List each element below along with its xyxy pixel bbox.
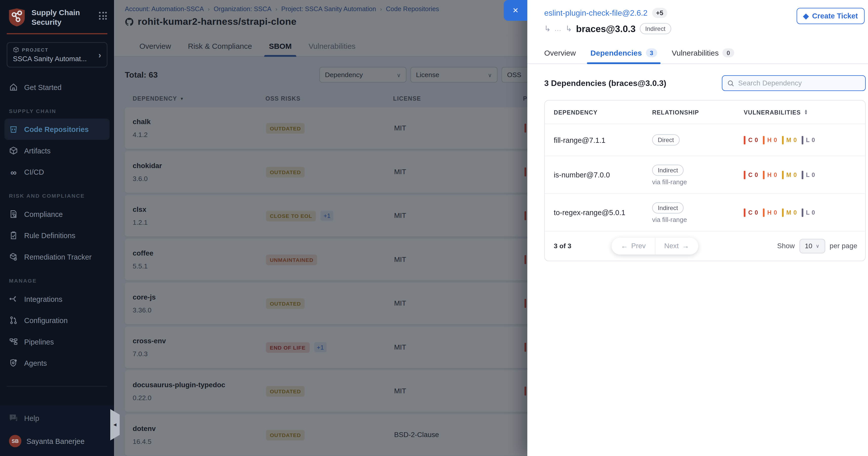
sidebar-item-compliance[interactable]: Compliance xyxy=(0,203,114,225)
sidebar: Supply Chain Security PROJECT SSCA Sanit… xyxy=(0,0,114,456)
chevron-right-icon: › xyxy=(98,50,101,60)
search-icon xyxy=(727,79,734,87)
per-page-label: per page xyxy=(830,242,857,250)
medium-bar-icon xyxy=(782,171,783,179)
show-label: Show xyxy=(777,242,795,250)
code-repository-icon xyxy=(9,125,18,134)
column-vulnerabilities[interactable]: VULNERABILITIES xyxy=(744,109,801,116)
home-icon xyxy=(9,83,18,92)
document-search-icon xyxy=(9,209,18,219)
severity-counts: C 0 H 0 M 0 L 0 xyxy=(744,208,865,217)
tab-drawer-vulnerabilities[interactable]: Vulnerabilities 0 xyxy=(672,43,734,62)
sidebar-item-code-repositories[interactable]: Code Repositories xyxy=(5,119,110,140)
user-name: Sayanta Banerjee xyxy=(26,437,85,445)
project-label: PROJECT xyxy=(22,47,49,53)
sidebar-item-integrations[interactable]: Integrations xyxy=(0,288,114,310)
section-label-risk-and-compliance: RISK AND COMPLIANCE xyxy=(0,183,114,203)
agents-shield-icon xyxy=(9,358,18,367)
module-grid-icon[interactable] xyxy=(99,12,107,20)
pipelines-icon xyxy=(9,337,18,346)
search-input[interactable] xyxy=(738,79,860,87)
integrations-icon xyxy=(9,294,18,303)
high-bar-icon xyxy=(763,171,765,179)
low-bar-icon xyxy=(802,208,803,217)
table-row[interactable]: fill-range@7.1.1 Direct C 0 H 0 M 0 L 0 xyxy=(545,124,865,156)
create-ticket-button[interactable]: ◆ Create Ticket xyxy=(797,8,865,24)
page-size-select[interactable]: 10 ∨ xyxy=(799,239,825,254)
package-title: braces@3.0.3 xyxy=(576,23,636,34)
sidebar-item-pipelines[interactable]: Pipelines xyxy=(0,331,114,352)
tab-drawer-dependencies[interactable]: Dependencies 3 xyxy=(591,43,657,62)
sidebar-item-rule-definitions[interactable]: Rule Definitions xyxy=(0,225,114,246)
indent-arrow-icon: ↳ xyxy=(544,24,551,33)
dependencies-count-badge: 3 xyxy=(646,48,657,57)
high-bar-icon xyxy=(763,136,765,144)
section-label-manage: MANAGE xyxy=(0,267,114,288)
arrow-right-icon: → xyxy=(682,242,689,250)
drawer-tabs: Overview Dependencies 3 Vulnerabilities … xyxy=(527,43,868,64)
help-chat-icon: ? xyxy=(9,414,18,423)
critical-bar-icon xyxy=(744,208,746,217)
help-button[interactable]: ? Help xyxy=(0,406,114,430)
column-relationship: RELATIONSHIP xyxy=(652,109,744,116)
critical-bar-icon xyxy=(744,171,746,179)
page-summary: 3 of 3 xyxy=(554,242,571,250)
section-label-supply-chain: SUPPLY CHAIN xyxy=(0,98,114,119)
app-title: Supply Chain Security xyxy=(31,7,99,27)
prev-page-button[interactable]: ← Prev xyxy=(612,238,655,255)
cube-icon xyxy=(13,46,19,53)
relationship-badge: Direct xyxy=(652,134,679,145)
dependency-search[interactable] xyxy=(722,75,866,91)
sidebar-item-remediation-tracker[interactable]: Remediation Tracker xyxy=(0,246,114,267)
sidebar-item-agents[interactable]: Agents xyxy=(0,352,114,373)
indent-arrow-icon: ↳ xyxy=(565,24,572,33)
via-label: via fill-range xyxy=(652,178,687,185)
sidebar-item-get-started[interactable]: Get Started xyxy=(0,76,114,98)
chevron-down-icon: ∨ xyxy=(816,243,819,249)
dependencies-table-header: DEPENDENCY RELATIONSHIP VULNERABILITIES … xyxy=(545,101,865,124)
drawer-close-button[interactable]: × xyxy=(504,0,527,21)
jira-icon: ◆ xyxy=(803,12,809,20)
package-tag-icon xyxy=(9,252,18,261)
project-label-row: PROJECT xyxy=(13,46,98,53)
dependencies-section-title: 3 Dependencies (braces@3.0.3) xyxy=(544,78,666,88)
sidebar-divider xyxy=(7,386,107,387)
severity-counts: C 0 H 0 M 0 L 0 xyxy=(744,171,865,179)
table-row[interactable]: to-regex-range@5.0.1 Indirect via fill-r… xyxy=(545,194,865,232)
sidebar-header: Supply Chain Security xyxy=(0,0,114,28)
sidebar-nav: Get Started SUPPLY CHAIN Code Repositori… xyxy=(0,76,114,387)
ellipsis-icon: ... xyxy=(555,25,561,32)
sidebar-item-artifacts[interactable]: Artifacts xyxy=(0,140,114,161)
parent-package-link[interactable]: eslint-plugin-check-file@2.6.2 xyxy=(544,8,648,18)
tab-drawer-overview[interactable]: Overview xyxy=(544,43,576,62)
via-label: via fill-range xyxy=(652,216,687,223)
supply-chain-security-logo-icon xyxy=(7,7,27,28)
relationship-badge: Indirect xyxy=(652,202,684,213)
accent-divider xyxy=(7,33,107,34)
high-bar-icon xyxy=(763,208,765,217)
sidebar-item-configuration[interactable]: Configuration xyxy=(0,310,114,331)
collapse-arrow-icon: ◀ xyxy=(114,423,117,427)
dependency-drawer: eslint-plugin-check-file@2.6.2 +5 ↳ ... … xyxy=(527,0,868,456)
sidebar-item-cicd[interactable]: ∞ CI/CD xyxy=(0,161,114,183)
user-profile[interactable]: SB Sayanta Banerjee xyxy=(0,430,114,451)
configuration-icon xyxy=(9,316,18,325)
relationship-badge: Indirect xyxy=(640,23,671,34)
arrow-left-icon: ← xyxy=(621,242,628,250)
project-name: SSCA Sanity Automat... xyxy=(13,55,98,63)
severity-counts: C 0 H 0 M 0 L 0 xyxy=(744,136,865,144)
low-bar-icon xyxy=(802,171,803,179)
medium-bar-icon xyxy=(782,136,783,144)
vulnerabilities-count-badge: 0 xyxy=(722,48,734,57)
relationship-badge: Indirect xyxy=(652,164,684,175)
sort-icon[interactable]: ▲▼ xyxy=(804,110,808,115)
low-bar-icon xyxy=(802,136,803,144)
clipboard-check-icon xyxy=(9,231,18,240)
project-selector[interactable]: PROJECT SSCA Sanity Automat... › xyxy=(7,42,107,67)
next-page-button[interactable]: Next → xyxy=(655,238,698,255)
more-parents-badge[interactable]: +5 xyxy=(652,8,667,18)
page: Supply Chain Security PROJECT SSCA Sanit… xyxy=(0,0,868,456)
table-row[interactable]: is-number@7.0.0 Indirect via fill-range … xyxy=(545,156,865,194)
sidebar-footer: ? Help SB Sayanta Banerjee xyxy=(0,406,114,456)
modal-overlay[interactable] xyxy=(114,0,527,456)
